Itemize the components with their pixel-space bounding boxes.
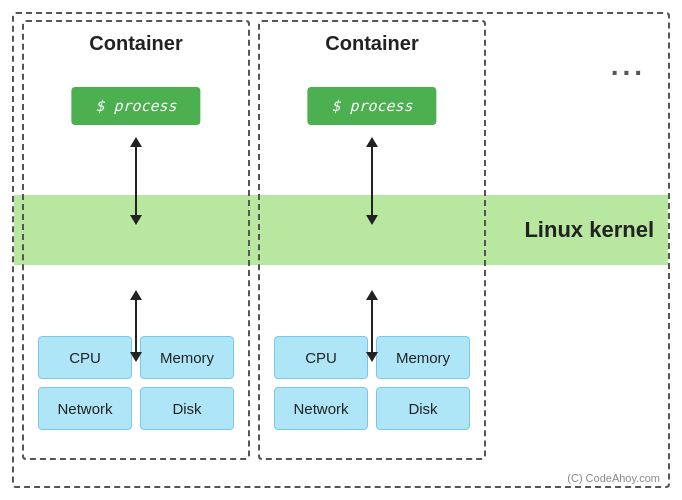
arrow-head-down2-right [366, 352, 378, 362]
arrow-line-bottom-left [135, 300, 137, 352]
process-box-left: $ process [71, 87, 200, 125]
arrow-head-up2-right [366, 290, 378, 300]
arrow-top-right [366, 137, 378, 225]
container-right: Container $ process CPU Memory Network D… [258, 20, 486, 460]
arrow-line-bottom-right [371, 300, 373, 352]
disk-right: Disk [376, 387, 470, 430]
arrow-head-down-left [130, 215, 142, 225]
arrow-bottom-right [366, 290, 378, 362]
arrow-head-down-right [366, 215, 378, 225]
ellipsis: ... [611, 50, 646, 82]
disk-left: Disk [140, 387, 234, 430]
arrow-top-left [130, 137, 142, 225]
cpu-left: CPU [38, 336, 132, 379]
memory-right: Memory [376, 336, 470, 379]
container-left-title: Container [24, 32, 248, 55]
arrow-head-down2-left [130, 352, 142, 362]
arrow-line-top-right [371, 147, 373, 215]
memory-left: Memory [140, 336, 234, 379]
network-left: Network [38, 387, 132, 430]
container-left: Container $ process CPU Memory Network D… [22, 20, 250, 460]
arrow-head-up-right [366, 137, 378, 147]
network-right: Network [274, 387, 368, 430]
process-box-right: $ process [307, 87, 436, 125]
arrow-head-up2-left [130, 290, 142, 300]
arrow-head-up-left [130, 137, 142, 147]
cpu-right: CPU [274, 336, 368, 379]
copyright: (C) CodeAhoy.com [567, 472, 660, 484]
arrow-bottom-left [130, 290, 142, 362]
arrow-line-top-left [135, 147, 137, 215]
container-right-title: Container [260, 32, 484, 55]
kernel-label: Linux kernel [524, 195, 654, 265]
